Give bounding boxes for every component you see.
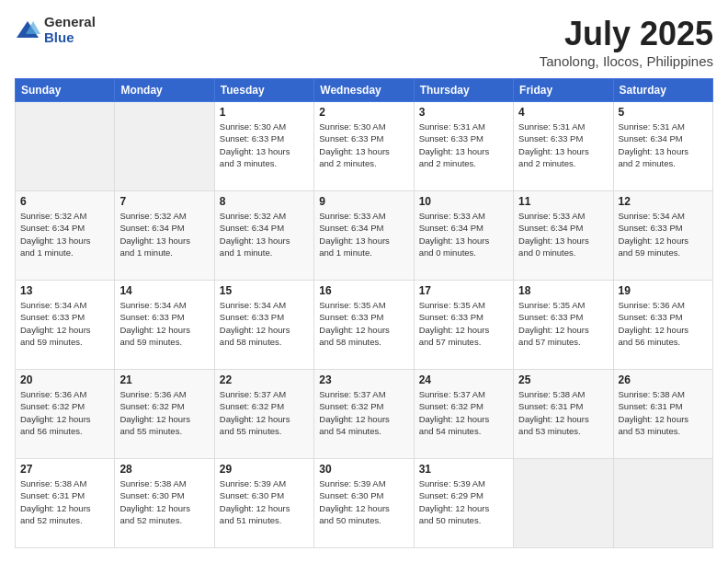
day-info: Sunrise: 5:36 AM Sunset: 6:32 PM Dayligh… bbox=[119, 388, 209, 437]
calendar-cell: 3Sunrise: 5:31 AM Sunset: 6:33 PM Daylig… bbox=[414, 102, 513, 191]
day-info: Sunrise: 5:36 AM Sunset: 6:33 PM Dayligh… bbox=[619, 299, 708, 348]
calendar-cell: 13Sunrise: 5:34 AM Sunset: 6:33 PM Dayli… bbox=[16, 281, 115, 370]
day-info: Sunrise: 5:32 AM Sunset: 6:34 PM Dayligh… bbox=[20, 210, 109, 259]
day-number: 30 bbox=[319, 463, 408, 476]
day-info: Sunrise: 5:37 AM Sunset: 6:32 PM Dayligh… bbox=[220, 388, 309, 437]
calendar-cell: 14Sunrise: 5:34 AM Sunset: 6:33 PM Dayli… bbox=[115, 281, 214, 370]
logo-blue: Blue bbox=[44, 30, 96, 46]
day-number: 22 bbox=[220, 373, 309, 386]
calendar-cell: 25Sunrise: 5:38 AM Sunset: 6:31 PM Dayli… bbox=[514, 370, 613, 459]
day-info: Sunrise: 5:34 AM Sunset: 6:33 PM Dayligh… bbox=[20, 299, 109, 348]
calendar-cell: 1Sunrise: 5:30 AM Sunset: 6:33 PM Daylig… bbox=[214, 102, 313, 191]
day-number: 19 bbox=[619, 284, 708, 297]
calendar-header: Sunday Monday Tuesday Wednesday Thursday… bbox=[16, 79, 713, 102]
day-number: 2 bbox=[319, 106, 408, 119]
day-number: 26 bbox=[619, 373, 708, 386]
col-monday: Monday bbox=[115, 79, 214, 102]
day-number: 20 bbox=[20, 373, 109, 386]
day-number: 16 bbox=[319, 284, 408, 297]
day-number: 4 bbox=[518, 106, 608, 119]
calendar-cell bbox=[514, 459, 613, 548]
day-number: 29 bbox=[220, 463, 309, 476]
day-number: 28 bbox=[119, 463, 209, 476]
calendar-cell: 12Sunrise: 5:34 AM Sunset: 6:33 PM Dayli… bbox=[613, 191, 712, 281]
calendar-cell: 31Sunrise: 5:39 AM Sunset: 6:29 PM Dayli… bbox=[414, 459, 513, 548]
calendar-cell: 23Sunrise: 5:37 AM Sunset: 6:32 PM Dayli… bbox=[314, 370, 414, 459]
day-number: 31 bbox=[419, 463, 508, 476]
header: General Blue July 2025 Tanolong, Ilocos,… bbox=[15, 15, 713, 69]
calendar-cell: 15Sunrise: 5:34 AM Sunset: 6:33 PM Dayli… bbox=[214, 281, 313, 370]
calendar-cell: 2Sunrise: 5:30 AM Sunset: 6:33 PM Daylig… bbox=[314, 102, 414, 191]
day-info: Sunrise: 5:33 AM Sunset: 6:34 PM Dayligh… bbox=[419, 210, 508, 259]
calendar-body: 1Sunrise: 5:30 AM Sunset: 6:33 PM Daylig… bbox=[16, 102, 713, 548]
calendar-cell: 26Sunrise: 5:38 AM Sunset: 6:31 PM Dayli… bbox=[613, 370, 712, 459]
day-info: Sunrise: 5:34 AM Sunset: 6:33 PM Dayligh… bbox=[220, 299, 309, 348]
day-info: Sunrise: 5:39 AM Sunset: 6:30 PM Dayligh… bbox=[220, 477, 309, 526]
calendar-cell: 22Sunrise: 5:37 AM Sunset: 6:32 PM Dayli… bbox=[214, 370, 313, 459]
col-wednesday: Wednesday bbox=[314, 79, 414, 102]
day-number: 3 bbox=[419, 106, 508, 119]
day-info: Sunrise: 5:33 AM Sunset: 6:34 PM Dayligh… bbox=[319, 210, 408, 259]
day-number: 1 bbox=[220, 106, 309, 119]
day-info: Sunrise: 5:33 AM Sunset: 6:34 PM Dayligh… bbox=[518, 210, 608, 259]
day-info: Sunrise: 5:37 AM Sunset: 6:32 PM Dayligh… bbox=[319, 388, 408, 437]
day-number: 14 bbox=[119, 284, 209, 297]
day-info: Sunrise: 5:34 AM Sunset: 6:33 PM Dayligh… bbox=[619, 210, 708, 259]
header-row: Sunday Monday Tuesday Wednesday Thursday… bbox=[16, 79, 713, 102]
day-number: 17 bbox=[419, 284, 508, 297]
day-info: Sunrise: 5:37 AM Sunset: 6:32 PM Dayligh… bbox=[419, 388, 508, 437]
calendar-cell bbox=[613, 459, 712, 548]
day-info: Sunrise: 5:35 AM Sunset: 6:33 PM Dayligh… bbox=[518, 299, 608, 348]
day-number: 27 bbox=[20, 463, 109, 476]
day-number: 10 bbox=[419, 195, 508, 208]
day-number: 8 bbox=[220, 195, 309, 208]
day-info: Sunrise: 5:36 AM Sunset: 6:32 PM Dayligh… bbox=[20, 388, 109, 437]
day-info: Sunrise: 5:31 AM Sunset: 6:34 PM Dayligh… bbox=[619, 121, 708, 169]
logo: General Blue bbox=[15, 15, 96, 45]
calendar-cell bbox=[16, 102, 115, 191]
calendar-cell: 8Sunrise: 5:32 AM Sunset: 6:34 PM Daylig… bbox=[214, 191, 313, 281]
calendar-cell: 16Sunrise: 5:35 AM Sunset: 6:33 PM Dayli… bbox=[314, 281, 414, 370]
day-number: 12 bbox=[619, 195, 708, 208]
col-saturday: Saturday bbox=[613, 79, 712, 102]
logo-text: General Blue bbox=[44, 15, 96, 45]
day-info: Sunrise: 5:30 AM Sunset: 6:33 PM Dayligh… bbox=[220, 121, 309, 169]
title-block: July 2025 Tanolong, Ilocos, Philippines bbox=[540, 15, 713, 69]
day-info: Sunrise: 5:30 AM Sunset: 6:33 PM Dayligh… bbox=[319, 121, 408, 169]
day-number: 18 bbox=[518, 284, 608, 297]
day-number: 13 bbox=[20, 284, 109, 297]
day-info: Sunrise: 5:35 AM Sunset: 6:33 PM Dayligh… bbox=[319, 299, 408, 348]
col-sunday: Sunday bbox=[16, 79, 115, 102]
calendar-week-5: 27Sunrise: 5:38 AM Sunset: 6:31 PM Dayli… bbox=[16, 459, 713, 548]
calendar-cell: 18Sunrise: 5:35 AM Sunset: 6:33 PM Dayli… bbox=[514, 281, 613, 370]
day-number: 21 bbox=[119, 373, 209, 386]
col-thursday: Thursday bbox=[414, 79, 513, 102]
calendar-cell: 20Sunrise: 5:36 AM Sunset: 6:32 PM Dayli… bbox=[16, 370, 115, 459]
calendar-cell: 4Sunrise: 5:31 AM Sunset: 6:33 PM Daylig… bbox=[514, 102, 613, 191]
day-number: 23 bbox=[319, 373, 408, 386]
calendar-cell: 11Sunrise: 5:33 AM Sunset: 6:34 PM Dayli… bbox=[514, 191, 613, 281]
day-info: Sunrise: 5:38 AM Sunset: 6:31 PM Dayligh… bbox=[20, 477, 109, 526]
subtitle: Tanolong, Ilocos, Philippines bbox=[540, 53, 713, 69]
calendar-week-4: 20Sunrise: 5:36 AM Sunset: 6:32 PM Dayli… bbox=[16, 370, 713, 459]
calendar-cell: 17Sunrise: 5:35 AM Sunset: 6:33 PM Dayli… bbox=[414, 281, 513, 370]
col-tuesday: Tuesday bbox=[214, 79, 313, 102]
calendar-week-3: 13Sunrise: 5:34 AM Sunset: 6:33 PM Dayli… bbox=[16, 281, 713, 370]
day-info: Sunrise: 5:31 AM Sunset: 6:33 PM Dayligh… bbox=[419, 121, 508, 169]
day-info: Sunrise: 5:31 AM Sunset: 6:33 PM Dayligh… bbox=[518, 121, 608, 169]
day-number: 5 bbox=[619, 106, 708, 119]
calendar-cell: 7Sunrise: 5:32 AM Sunset: 6:34 PM Daylig… bbox=[115, 191, 214, 281]
main-title: July 2025 bbox=[540, 15, 713, 53]
day-number: 6 bbox=[20, 195, 109, 208]
col-friday: Friday bbox=[514, 79, 613, 102]
day-info: Sunrise: 5:39 AM Sunset: 6:30 PM Dayligh… bbox=[319, 477, 408, 526]
calendar-cell: 6Sunrise: 5:32 AM Sunset: 6:34 PM Daylig… bbox=[16, 191, 115, 281]
day-number: 24 bbox=[419, 373, 508, 386]
day-number: 15 bbox=[220, 284, 309, 297]
day-info: Sunrise: 5:38 AM Sunset: 6:30 PM Dayligh… bbox=[119, 477, 209, 526]
calendar-cell: 5Sunrise: 5:31 AM Sunset: 6:34 PM Daylig… bbox=[613, 102, 712, 191]
day-info: Sunrise: 5:34 AM Sunset: 6:33 PM Dayligh… bbox=[119, 299, 209, 348]
day-info: Sunrise: 5:38 AM Sunset: 6:31 PM Dayligh… bbox=[619, 388, 708, 437]
calendar-cell: 21Sunrise: 5:36 AM Sunset: 6:32 PM Dayli… bbox=[115, 370, 214, 459]
calendar-cell: 29Sunrise: 5:39 AM Sunset: 6:30 PM Dayli… bbox=[214, 459, 313, 548]
